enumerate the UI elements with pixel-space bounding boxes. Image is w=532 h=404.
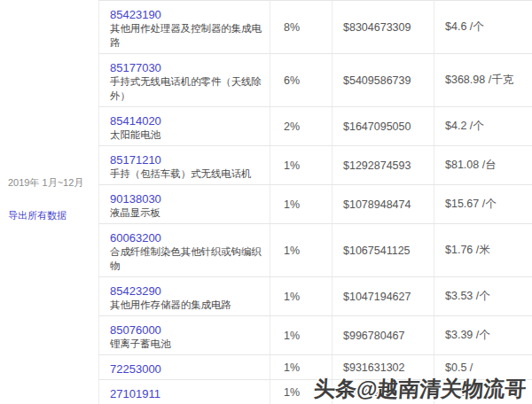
total-value-cell: $996780467 <box>332 316 434 354</box>
product-description: 太阳能电池 <box>110 128 262 143</box>
share-percent-cell: 1% <box>270 277 332 315</box>
total-value-cell: $1292874593 <box>332 146 434 184</box>
product-cell: 85423190其他用作处理器及控制器的集成电路 <box>99 1 270 53</box>
share-percent-cell: 2% <box>270 107 332 145</box>
product-description: 其他用作存储器的集成电路 <box>110 299 262 313</box>
unit-price-cell: $4.2 /个 <box>434 107 532 145</box>
unit-price-cell: $3.53 /个 <box>434 277 532 315</box>
hs-code-link[interactable]: 85171210 <box>110 152 161 167</box>
share-percent-cell: 1% <box>270 185 332 223</box>
table-row: 85177030手持式无线电话机的零件（天线除外）6%$5409586739$3… <box>98 54 532 107</box>
period-label: 2019年 1月~12月 <box>8 176 83 190</box>
total-value-cell: $5409586739 <box>332 54 434 106</box>
hs-code-link[interactable]: 85177030 <box>110 60 161 75</box>
table-row: 85414020太阳能电池2%$1647095050$4.2 /个 <box>98 107 532 146</box>
hs-code-link[interactable]: 85076000 <box>110 322 161 338</box>
hs-code-link[interactable]: 27101911 <box>110 386 160 401</box>
trade-data-table: 85423190其他用作处理器及控制器的集成电路8%$8304673309$4.… <box>98 0 532 404</box>
product-description: 手持式无线电话机的零件（天线除外） <box>110 75 262 103</box>
unit-price-cell: $3.39 /个 <box>434 316 532 354</box>
share-percent-cell: 6% <box>270 54 332 106</box>
total-value-cell: $8304673309 <box>332 1 434 53</box>
product-description: 其他用作处理器及控制器的集成电路 <box>110 22 262 50</box>
table-row: 85171210手持（包括车载）式无线电话机1%$1292874593$81.0… <box>98 146 532 185</box>
share-percent-cell: 1% <box>270 316 332 354</box>
product-cell: 60063200合成纤维制染色其他针织或钩编织物 <box>99 224 270 276</box>
hs-code-link[interactable]: 85414020 <box>110 113 161 128</box>
share-percent-cell: 1% <box>270 146 332 184</box>
hs-code-link[interactable]: 72253000 <box>110 361 161 377</box>
watermark-text: 头条@越南清关物流哥 <box>313 375 528 403</box>
table-row: 85076000锂离子蓄电池1%$996780467$3.39 /个 <box>98 316 532 355</box>
hs-code-link[interactable]: 85423190 <box>110 7 161 22</box>
export-all-data-link[interactable]: 导出所有数据 <box>8 209 66 222</box>
unit-price-cell: $15.67 /个 <box>434 185 532 223</box>
table-row: 85423290其他用作存储器的集成电路1%$1047194627$3.53 /… <box>98 277 532 316</box>
product-cell: 85171210手持（包括车载）式无线电话机 <box>99 146 270 184</box>
product-cell: 85414020太阳能电池 <box>99 107 270 145</box>
unit-price-cell: $368.98 /千克 <box>434 54 532 106</box>
unit-price-cell: $4.6 /个 <box>434 1 532 53</box>
product-cell: 85423290其他用作存储器的集成电路 <box>99 277 270 315</box>
hs-code-link[interactable]: 85423290 <box>110 284 161 299</box>
hs-code-link[interactable]: 60063200 <box>110 230 161 245</box>
hs-code-link[interactable]: 90138030 <box>110 191 161 206</box>
product-description: 液晶显示板 <box>110 206 262 221</box>
total-value-cell: $1647095050 <box>332 107 434 145</box>
product-cell: 85076000锂离子蓄电池 <box>99 316 270 354</box>
share-percent-cell: 1% <box>270 224 332 276</box>
share-percent-cell: 8% <box>270 1 332 53</box>
product-cell: 72253000 <box>99 355 270 379</box>
product-cell: 27101911 <box>99 380 270 404</box>
unit-price-cell: $1.76 /米 <box>434 224 532 276</box>
total-value-cell: $1078948474 <box>332 185 434 223</box>
table-row: 60063200合成纤维制染色其他针织或钩编织物1%$1067541125$1.… <box>98 224 532 277</box>
table-row: 85423190其他用作处理器及控制器的集成电路8%$8304673309$4.… <box>98 1 532 54</box>
product-cell: 90138030液晶显示板 <box>99 185 270 223</box>
product-cell: 85177030手持式无线电话机的零件（天线除外） <box>99 54 270 106</box>
product-description: 手持（包括车载）式无线电话机 <box>110 167 262 182</box>
total-value-cell: $1047194627 <box>332 277 434 315</box>
product-description: 锂离子蓄电池 <box>110 338 262 352</box>
total-value-cell: $1067541125 <box>332 224 434 276</box>
unit-price-cell: $81.08 /台 <box>434 146 532 184</box>
product-description: 合成纤维制染色其他针织或钩编织物 <box>110 245 262 273</box>
table-row: 90138030液晶显示板1%$1078948474$15.67 /个 <box>98 185 532 224</box>
